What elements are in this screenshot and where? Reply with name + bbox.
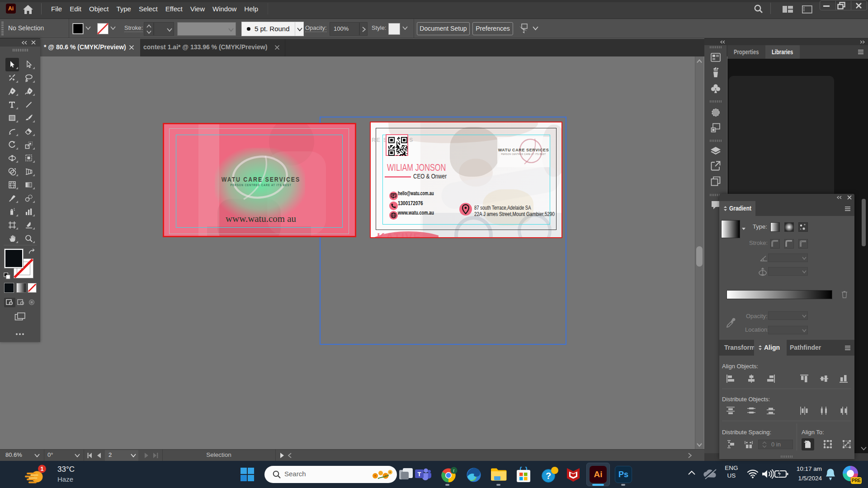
svg-text:PRE: PRE xyxy=(852,478,861,483)
svg-text:?: ? xyxy=(546,471,551,481)
svg-text:1: 1 xyxy=(41,466,44,472)
svg-text:T: T xyxy=(418,471,421,478)
